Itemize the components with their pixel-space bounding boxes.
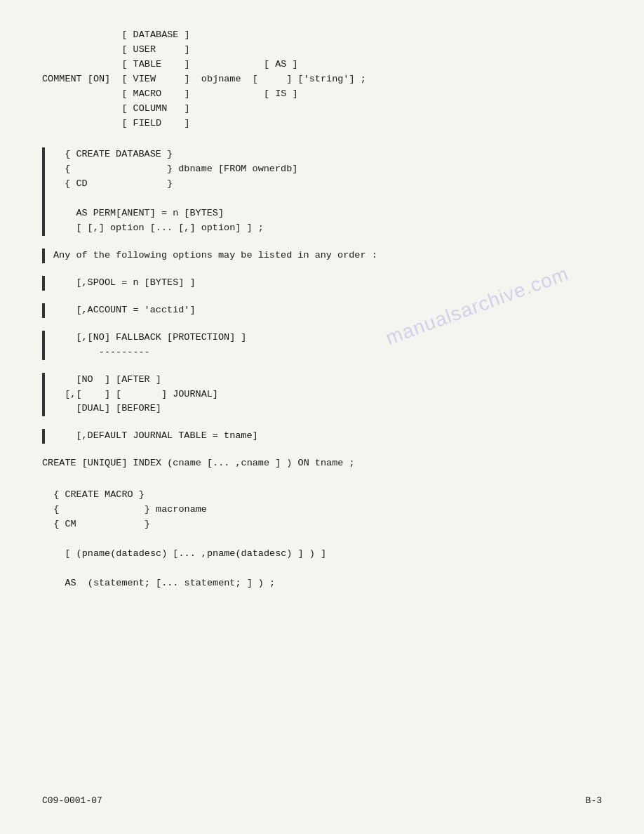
comment-section: [ DATABASE ] [ USER ] [ TABLE ] [ AS ] C… bbox=[42, 28, 602, 131]
option1-text: [,SPOOL = n [BYTES] ] bbox=[53, 276, 196, 291]
create-macro-code: { CREATE MACRO } { } macroname { CM } [ … bbox=[42, 488, 602, 590]
journal-code: [NO ] [AFTER ] [,[ ] [ ] JOURNAL] [DUAL]… bbox=[53, 373, 218, 417]
page: manualsarchive.com [ DATABASE ] [ USER ]… bbox=[0, 0, 644, 834]
footer-left: C09-0001-07 bbox=[42, 795, 102, 806]
journal-section: [NO ] [AFTER ] [,[ ] [ ] JOURNAL] [DUAL]… bbox=[42, 373, 602, 417]
footer: C09-0001-07 B-3 bbox=[42, 795, 602, 806]
dashes: --------- bbox=[99, 347, 150, 357]
option3-content: [,[NO] FALLBACK [PROTECTION] ] --------- bbox=[53, 331, 246, 360]
option3-section: [,[NO] FALLBACK [PROTECTION] ] --------- bbox=[42, 331, 602, 360]
section-bar bbox=[42, 373, 45, 417]
section-bar bbox=[42, 276, 45, 291]
section-bar bbox=[42, 429, 45, 444]
options-intro-text: Any of the following options may be list… bbox=[53, 249, 377, 263]
comment-code: [ DATABASE ] [ USER ] [ TABLE ] [ AS ] C… bbox=[42, 28, 602, 131]
create-macro-section: { CREATE MACRO } { } macroname { CM } [ … bbox=[42, 488, 602, 590]
create-database-code: { CREATE DATABASE } { } dbname [FROM own… bbox=[53, 147, 297, 236]
footer-right: B-3 bbox=[586, 795, 602, 806]
section-bar bbox=[42, 147, 45, 236]
option4-text: [,DEFAULT JOURNAL TABLE = tname] bbox=[53, 429, 258, 444]
options-intro-section: Any of the following options may be list… bbox=[42, 249, 602, 263]
option2-section: [,ACCOUNT = 'acctid'] bbox=[42, 303, 602, 318]
create-database-section: { CREATE DATABASE } { } dbname [FROM own… bbox=[42, 147, 602, 236]
section-bar bbox=[42, 249, 45, 263]
section-bar bbox=[42, 303, 45, 318]
option2-text: [,ACCOUNT = 'acctid'] bbox=[53, 303, 196, 318]
create-index-section: CREATE [UNIQUE] INDEX (cname [... ,cname… bbox=[42, 456, 602, 471]
section-bar bbox=[42, 331, 45, 360]
option1-section: [,SPOOL = n [BYTES] ] bbox=[42, 276, 602, 291]
option4-section: [,DEFAULT JOURNAL TABLE = tname] bbox=[42, 429, 602, 444]
create-index-code: CREATE [UNIQUE] INDEX (cname [... ,cname… bbox=[42, 456, 602, 471]
